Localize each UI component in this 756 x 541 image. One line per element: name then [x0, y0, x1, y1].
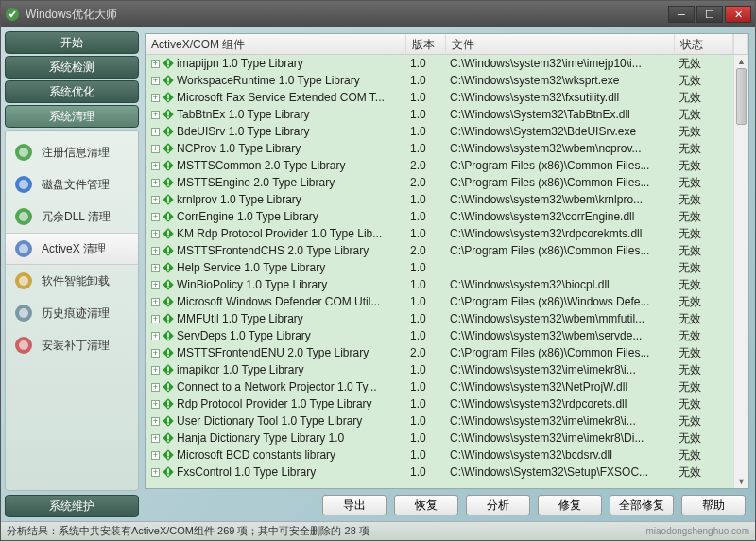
- main-area: ActiveX/COM 组件 版本 文件 状态 +imapijpn 1.0 Ty…: [143, 27, 755, 521]
- titlebar[interactable]: Windows优化大师 ─ ☐ ✕: [1, 1, 755, 27]
- table-row[interactable]: +imapikor 1.0 Type Library1.0C:\Windows\…: [146, 361, 748, 378]
- table-row[interactable]: +MSTTSFrontendENU 2.0 Type Library2.0C:\…: [146, 344, 748, 361]
- expand-icon[interactable]: +: [151, 196, 160, 204]
- table-row[interactable]: +TabBtnEx 1.0 Type Library1.0C:\Windows\…: [146, 106, 748, 123]
- header-version[interactable]: 版本: [406, 34, 446, 54]
- action-button-5[interactable]: 帮助: [681, 495, 746, 515]
- sidebar-tab-maintenance[interactable]: 系统维护: [5, 495, 139, 517]
- header-file[interactable]: 文件: [446, 34, 675, 54]
- row-name: CorrEngine 1.0 Type Library: [177, 210, 318, 223]
- expand-icon[interactable]: +: [151, 162, 160, 170]
- component-list: ActiveX/COM 组件 版本 文件 状态 +imapijpn 1.0 Ty…: [145, 33, 749, 489]
- table-row[interactable]: +KM Rdp Protocol Provider 1.0 Type Lib..…: [146, 225, 748, 242]
- table-row[interactable]: +NCProv 1.0 Type Library1.0C:\Windows\sy…: [146, 140, 748, 157]
- expand-icon[interactable]: +: [151, 315, 160, 323]
- expand-icon[interactable]: +: [151, 383, 160, 392]
- scroll-up-icon[interactable]: ▲: [734, 55, 748, 68]
- table-row[interactable]: +FxsControl 1.0 Type Library1.0C:\Window…: [146, 463, 748, 480]
- action-button-0[interactable]: 导出: [322, 495, 387, 515]
- scroll-down-icon[interactable]: ▼: [734, 475, 748, 488]
- expand-icon[interactable]: +: [151, 247, 160, 255]
- expand-icon[interactable]: +: [151, 111, 160, 119]
- expand-icon[interactable]: +: [151, 94, 160, 102]
- expand-icon[interactable]: +: [151, 77, 160, 85]
- sidebar-item-3[interactable]: ActiveX 清理: [6, 233, 138, 265]
- action-button-1[interactable]: 恢复: [394, 495, 458, 515]
- table-row[interactable]: +Microsoft Fax Service Extended COM T...…: [146, 89, 748, 106]
- header-name[interactable]: ActiveX/COM 组件: [146, 34, 406, 54]
- expand-icon[interactable]: +: [151, 298, 160, 306]
- expand-icon[interactable]: +: [151, 230, 160, 238]
- svg-rect-40: [167, 197, 169, 201]
- table-row[interactable]: +CorrEngine 1.0 Type Library1.0C:\Window…: [146, 208, 748, 225]
- expand-icon[interactable]: +: [151, 434, 160, 443]
- table-row[interactable]: +BdeUISrv 1.0 Type Library1.0C:\Windows\…: [146, 123, 748, 140]
- table-row[interactable]: +ServDeps 1.0 Type Library1.0C:\Windows\…: [146, 327, 748, 344]
- watermark: miaodongshenghuo.com: [645, 526, 749, 536]
- expand-icon[interactable]: +: [151, 468, 160, 477]
- table-row[interactable]: +WorkspaceRuntime 1.0 Type Library1.0C:\…: [146, 72, 748, 89]
- close-button[interactable]: ✕: [725, 6, 751, 23]
- scroll-thumb[interactable]: [736, 68, 747, 125]
- expand-icon[interactable]: +: [151, 213, 160, 221]
- sidebar-item-6[interactable]: 安装补丁清理: [6, 329, 138, 361]
- expand-icon[interactable]: +: [151, 60, 160, 68]
- table-row[interactable]: +Rdp Protocol Provider 1.0 Type Library1…: [146, 395, 748, 412]
- expand-icon[interactable]: +: [151, 349, 160, 358]
- expand-icon[interactable]: +: [151, 366, 160, 375]
- svg-rect-53: [167, 270, 169, 271]
- table-row[interactable]: +MSTTSEngine 2.0 Type Library2.0C:\Progr…: [146, 174, 748, 191]
- expand-icon[interactable]: +: [151, 264, 160, 272]
- table-row[interactable]: +Connect to a Network Projector 1.0 Ty..…: [146, 378, 748, 395]
- row-name: imapijpn 1.0 Type Library: [177, 57, 303, 70]
- sidebar-tab-2[interactable]: 系统优化: [5, 80, 139, 103]
- svg-rect-70: [167, 367, 169, 372]
- expand-icon[interactable]: +: [151, 400, 160, 409]
- table-row[interactable]: +krnlprov 1.0 Type Library1.0C:\Windows\…: [146, 191, 748, 208]
- row-file: C:\Windows\system32\wbem\krnlpro...: [446, 193, 675, 206]
- table-row[interactable]: +Microsoft BCD constants library1.0C:\Wi…: [146, 446, 748, 463]
- table-row[interactable]: +MSTTSCommon 2.0 Type Library2.0C:\Progr…: [146, 157, 748, 174]
- table-row[interactable]: +User Dictionary Tool 1.0 Type Library1.…: [146, 412, 748, 429]
- row-name: MSTTSEngine 2.0 Type Library: [177, 176, 335, 189]
- expand-icon[interactable]: +: [151, 417, 160, 426]
- sidebar-item-2[interactable]: 冗余DLL 清理: [6, 201, 138, 233]
- row-file: C:\Windows\system32\ime\imejp10\i...: [446, 57, 675, 70]
- sidebar-item-4[interactable]: 软件智能卸载: [6, 265, 138, 297]
- table-row[interactable]: +imapijpn 1.0 Type Library1.0C:\Windows\…: [146, 55, 748, 72]
- sidebar-tab-1[interactable]: 系统检测: [5, 56, 139, 79]
- disk-icon: [13, 174, 34, 195]
- minimize-button[interactable]: ─: [668, 6, 695, 23]
- table-row[interactable]: +Microsoft Windows Defender COM Util...1…: [146, 293, 748, 310]
- sidebar-tab-0[interactable]: 开始: [5, 31, 139, 54]
- expand-icon[interactable]: +: [151, 179, 160, 187]
- table-row[interactable]: +Help Service 1.0 Type Library1.0无效: [146, 259, 748, 276]
- svg-rect-62: [167, 321, 169, 323]
- header-status[interactable]: 状态: [675, 34, 733, 54]
- action-button-4[interactable]: 全部修复: [610, 495, 674, 515]
- svg-rect-19: [167, 78, 169, 82]
- scrollbar[interactable]: ▲ ▼: [733, 55, 748, 488]
- expand-icon[interactable]: +: [151, 281, 160, 289]
- table-row[interactable]: +Hanja Dictionary Type Library 1.01.0C:\…: [146, 429, 748, 446]
- expand-icon[interactable]: +: [151, 128, 160, 136]
- table-row[interactable]: +MSTTSFrontendCHS 2.0 Type Library2.0C:\…: [146, 242, 748, 259]
- svg-rect-49: [167, 248, 169, 253]
- expand-icon[interactable]: +: [151, 145, 160, 153]
- sidebar-tab-3[interactable]: 系统清理: [5, 105, 139, 128]
- row-version: 1.0: [406, 397, 446, 410]
- action-button-3[interactable]: 修复: [538, 495, 602, 515]
- expand-icon[interactable]: +: [151, 451, 160, 460]
- expand-icon[interactable]: +: [151, 332, 160, 340]
- row-version: 2.0: [406, 346, 446, 359]
- svg-rect-88: [167, 469, 169, 474]
- row-version: 1.0: [406, 431, 446, 445]
- table-row[interactable]: +WinBioPolicy 1.0 Type Library1.0C:\Wind…: [146, 276, 748, 293]
- sidebar-item-1[interactable]: 磁盘文件管理: [6, 168, 138, 201]
- maximize-button[interactable]: ☐: [696, 6, 723, 23]
- table-row[interactable]: +MMFUtil 1.0 Type Library1.0C:\Windows\s…: [146, 310, 748, 327]
- sidebar-item-0[interactable]: 注册信息清理: [6, 136, 138, 168]
- action-button-2[interactable]: 分析: [466, 495, 530, 515]
- row-version: 1.0: [406, 414, 446, 428]
- sidebar-item-5[interactable]: 历史痕迹清理: [6, 297, 138, 329]
